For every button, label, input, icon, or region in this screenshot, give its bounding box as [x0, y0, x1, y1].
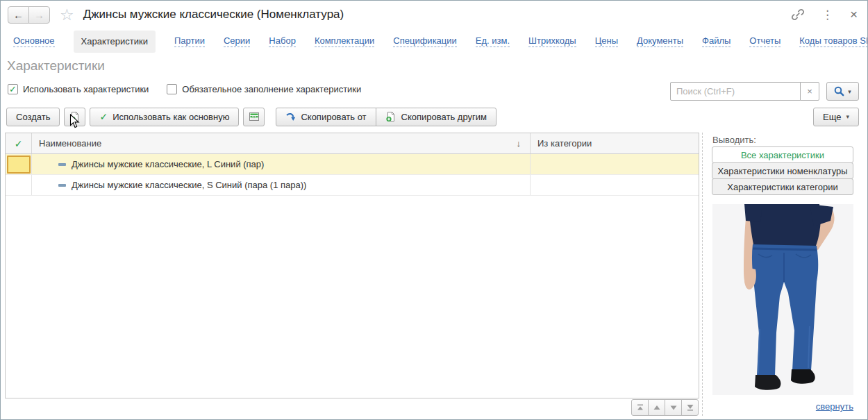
collapse-link-wrap: свернуть — [712, 401, 853, 412]
section-title: Характеристики — [7, 58, 105, 74]
tab-ceny[interactable]: Цены — [595, 35, 618, 47]
copy-plus-document-icon — [385, 111, 397, 122]
required-fill-label: Обязательное заполнение характеристики — [182, 84, 361, 94]
tab-osnovnoe[interactable]: Основное — [13, 35, 55, 47]
row-flag-cell[interactable] — [6, 175, 32, 195]
checkbox-unchecked-icon — [167, 84, 177, 94]
category-column-header[interactable]: Из категории — [531, 133, 699, 153]
row-name-cell[interactable]: Джинсы мужские классические, S Синий (па… — [32, 175, 531, 195]
chevron-down-icon: ▾ — [848, 88, 851, 95]
search-clear-button[interactable]: × — [800, 82, 819, 101]
item-dash-icon — [58, 184, 66, 187]
use-as-main-label: Использовать как основную — [112, 112, 229, 122]
table-nav-buttons — [631, 399, 699, 416]
create-by-copy-button[interactable] — [64, 108, 85, 126]
row-name-text: Джинсы мужские классические, L Синий (па… — [72, 159, 264, 169]
titlebar: ← → ☆ Джинсы мужские классические (Номен… — [1, 1, 867, 28]
copy-buttons-group: Скопировать от Скопировать другим — [276, 108, 496, 126]
options-row: ✓ Использовать характеристики Обязательн… — [8, 84, 361, 94]
name-column-header[interactable]: Наименование ↓ — [32, 133, 531, 153]
checkbox-checked-icon: ✓ — [8, 84, 18, 94]
tab-kody-sku[interactable]: Коды товаров SKU — [799, 35, 868, 47]
tab-specifikacii[interactable]: Спецификации — [393, 35, 457, 47]
check-icon: ✓ — [15, 139, 23, 149]
favorite-star-icon[interactable]: ☆ — [60, 7, 74, 23]
tab-ed-izm[interactable]: Ед. изм. — [476, 35, 510, 47]
use-characteristics-checkbox[interactable]: ✓ Использовать характеристики — [8, 84, 149, 94]
forward-button[interactable]: → — [28, 6, 50, 24]
back-icon: ← — [13, 9, 24, 21]
table-header-row: ✓ Наименование ↓ Из категории — [6, 133, 699, 154]
panel-splitter[interactable] — [702, 133, 703, 416]
use-as-main-button[interactable]: ✓ Использовать как основную — [90, 108, 239, 126]
table-row[interactable]: Джинсы мужские классические, L Синий (па… — [6, 154, 699, 175]
tabbar: Основное Характеристики Партии Серии Наб… — [1, 30, 867, 53]
nomenclature-characteristics-button[interactable]: Характеристики номенклатуры — [712, 162, 853, 179]
table-row[interactable]: Джинсы мужские классические, S Синий (па… — [6, 175, 699, 196]
collapse-link[interactable]: свернуть — [816, 401, 853, 412]
go-up-button[interactable] — [648, 399, 665, 416]
characteristics-table: ✓ Наименование ↓ Из категории Джинсы муж… — [5, 133, 699, 398]
copy-from-label: Скопировать от — [301, 112, 366, 122]
curved-arrow-icon — [285, 112, 296, 122]
current-cell-marker — [7, 156, 31, 174]
table-list-icon — [249, 111, 260, 122]
required-fill-checkbox[interactable]: Обязательное заполнение характеристики — [167, 84, 361, 94]
row-flag-cell[interactable] — [6, 154, 32, 174]
search-input[interactable] — [670, 82, 801, 101]
page-title: Джинсы мужские классические (Номенклатур… — [83, 8, 344, 22]
tab-komplektacii[interactable]: Комплектации — [315, 35, 374, 47]
toolbar-more-label: Еще — [823, 112, 841, 122]
close-icon[interactable]: × — [850, 7, 858, 22]
check-icon: ✓ — [99, 112, 108, 121]
more-menu-icon[interactable]: ⋮ — [821, 8, 833, 22]
tab-kharakteristiki[interactable]: Характеристики — [74, 31, 156, 53]
category-characteristics-button[interactable]: Характеристики категории — [712, 178, 853, 195]
all-characteristics-button[interactable]: Все характеристики — [712, 146, 853, 163]
tab-dokumenty[interactable]: Документы — [637, 35, 683, 47]
toolbar-more-button[interactable]: Еще ▾ — [813, 108, 859, 126]
main-flag-column-header[interactable]: ✓ — [6, 133, 32, 153]
product-photo — [712, 204, 853, 395]
forward-icon: → — [34, 9, 44, 21]
category-column-label: Из категории — [537, 138, 592, 149]
go-last-button[interactable] — [681, 399, 699, 416]
tab-partii[interactable]: Партии — [174, 35, 205, 47]
nav-history-group: ← → — [8, 6, 50, 24]
copy-document-icon — [69, 111, 81, 122]
copy-to-others-label: Скопировать другим — [401, 112, 487, 122]
tab-shtrihkody[interactable]: Штрихкоды — [528, 35, 576, 47]
toolbar: Создать ✓ Использовать как основную — [6, 107, 859, 126]
copy-to-others-button[interactable]: Скопировать другим — [376, 108, 496, 126]
item-dash-icon — [58, 163, 66, 166]
link-icon[interactable] — [791, 8, 805, 22]
search-icon — [834, 86, 844, 96]
copy-from-button[interactable]: Скопировать от — [276, 108, 376, 126]
create-button[interactable]: Создать — [6, 108, 60, 126]
tab-faily[interactable]: Файлы — [702, 35, 731, 47]
go-first-button[interactable] — [631, 399, 649, 416]
tab-serii[interactable]: Серии — [224, 35, 250, 47]
display-mode-buttons: Все характеристики Характеристики номенк… — [712, 146, 853, 195]
row-category-cell[interactable] — [531, 154, 699, 174]
row-category-cell[interactable] — [531, 175, 699, 195]
list-settings-button[interactable] — [243, 108, 265, 126]
row-name-cell[interactable]: Джинсы мужские классические, L Синий (па… — [32, 154, 531, 174]
go-down-button[interactable] — [665, 399, 682, 416]
tab-otchety[interactable]: Отчеты — [749, 35, 781, 47]
chevron-down-icon: ▾ — [846, 113, 849, 120]
titlebar-actions: ⋮ × — [791, 7, 858, 22]
search-button[interactable]: ▾ — [826, 82, 859, 101]
back-button[interactable]: ← — [8, 6, 29, 24]
name-column-label: Наименование — [39, 138, 101, 149]
search-area: × ▾ — [670, 82, 859, 101]
sort-descending-icon: ↓ — [517, 138, 531, 149]
display-mode-label: Выводить: — [712, 135, 756, 145]
row-name-text: Джинсы мужские классические, S Синий (па… — [72, 180, 306, 190]
tab-nabor[interactable]: Набор — [269, 35, 296, 47]
use-characteristics-label: Использовать характеристики — [23, 84, 149, 94]
nomenclature-card-window: ← → ☆ Джинсы мужские классические (Номен… — [0, 0, 868, 420]
